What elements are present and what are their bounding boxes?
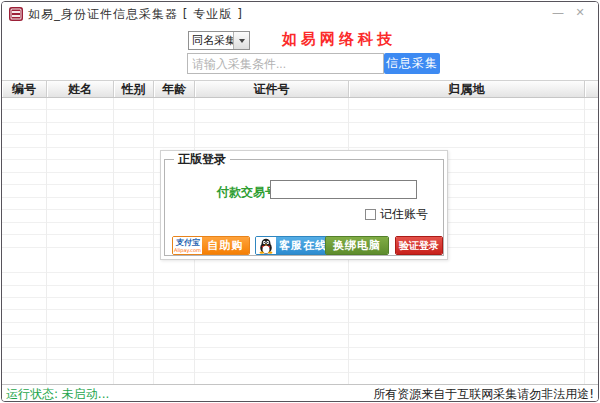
disclaimer-text: 所有资源来自于互联网采集请勿非法用途! <box>373 386 594 402</box>
status-bar: 运行状态: 未启动... 所有资源来自于互联网采集请勿非法用途! <box>2 384 598 401</box>
payment-id-label: 付款交易号 <box>217 184 277 201</box>
collect-mode-select[interactable]: 同名采集 <box>188 31 250 50</box>
login-dialog: 正版登录 付款交易号 记住账号 支付宝 Alipay.com 自助购 <box>160 150 448 260</box>
app-seal-icon <box>9 7 23 21</box>
table-column-spacer <box>585 98 599 386</box>
collect-condition-input[interactable] <box>187 53 384 74</box>
column-header-gender[interactable]: 性别 <box>114 81 154 97</box>
column-header-age[interactable]: 年龄 <box>154 81 195 97</box>
app-window: 如易_身份证件信息采集器 [ 专业版 ] — ✕ 同名采集 如易网络科技 信息采… <box>1 1 599 402</box>
close-icon[interactable]: ✕ <box>570 4 590 22</box>
login-groupbox: 正版登录 付款交易号 记住账号 支付宝 Alipay.com 自助购 <box>164 159 444 256</box>
rebind-computer-label: 换绑电脑 <box>326 237 388 254</box>
payment-id-input[interactable] <box>270 180 417 199</box>
self-purchase-button[interactable]: 支付宝 Alipay.com 自助购 <box>172 236 250 255</box>
collect-info-button[interactable]: 信息采集 <box>384 53 440 74</box>
table-column-name <box>47 98 114 386</box>
qq-penguin-icon <box>256 237 276 254</box>
column-header-name[interactable]: 姓名 <box>47 81 114 97</box>
minimize-icon[interactable]: — <box>548 4 568 22</box>
rebind-computer-button[interactable]: 换绑电脑 <box>325 236 389 255</box>
remember-checkbox[interactable] <box>365 209 376 220</box>
toolbar: 同名采集 如易网络科技 信息采集 <box>2 26 598 80</box>
chevron-down-icon[interactable] <box>233 32 249 49</box>
verify-login-button[interactable]: 验证登录 <box>395 236 443 255</box>
collect-mode-value: 同名采集 <box>189 33 233 48</box>
run-status-text: 运行状态: 未启动... <box>6 386 109 402</box>
login-group-title: 正版登录 <box>174 152 230 166</box>
column-header-id[interactable]: 编号 <box>2 81 47 97</box>
customer-service-label: 客服在线 <box>276 237 330 254</box>
remember-account[interactable]: 记住账号 <box>365 206 428 223</box>
table-header: 编号 姓名 性别 年龄 证件号 归属地 <box>2 80 599 98</box>
customer-service-button[interactable]: 客服在线 <box>255 236 331 255</box>
alipay-logo-icon: 支付宝 Alipay.com <box>173 237 202 254</box>
table-column-id <box>2 98 47 386</box>
table-column-gender <box>114 98 154 386</box>
verify-login-label: 验证登录 <box>396 237 442 254</box>
remember-label: 记住账号 <box>380 206 428 223</box>
title-bar: 如易_身份证件信息采集器 [ 专业版 ] — ✕ <box>2 2 598 26</box>
column-header-spacer <box>585 81 599 97</box>
window-title: 如易_身份证件信息采集器 [ 专业版 ] <box>28 2 243 26</box>
self-purchase-label: 自助购 <box>202 237 249 254</box>
brand-text: 如易网络科技 <box>282 30 396 49</box>
column-header-idnumber[interactable]: 证件号 <box>195 81 349 97</box>
dialog-button-row: 支付宝 Alipay.com 自助购 <box>165 236 443 255</box>
column-header-location[interactable]: 归属地 <box>349 81 585 97</box>
